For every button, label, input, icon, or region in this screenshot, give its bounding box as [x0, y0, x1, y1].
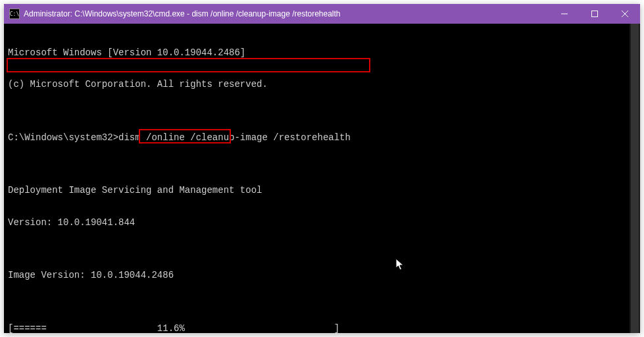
svg-rect-1 — [592, 11, 598, 17]
dism-version-line: Version: 10.0.19041.844 — [8, 217, 636, 228]
copyright-line: (c) Microsoft Corporation. All rights re… — [8, 79, 636, 90]
window-title: Administrator: C:\Windows\system32\cmd.e… — [24, 9, 549, 18]
cmd-window: C:\ Administrator: C:\Windows\system32\c… — [4, 4, 640, 333]
titlebar-controls — [549, 4, 640, 24]
progress-line: [====== 11.6% ] — [8, 323, 636, 333]
image-version-line: Image Version: 10.0.19044.2486 — [8, 270, 636, 280]
vertical-scrollbar[interactable] — [630, 24, 640, 333]
minimize-icon — [561, 11, 568, 17]
maximize-button[interactable] — [580, 4, 610, 24]
titlebar: C:\ Administrator: C:\Windows\system32\c… — [4, 4, 640, 24]
minimize-button[interactable] — [549, 4, 580, 24]
command-highlight-box — [7, 58, 370, 72]
console-output[interactable]: Microsoft Windows [Version 10.0.19044.24… — [4, 24, 640, 333]
scrollbar-thumb[interactable] — [631, 24, 639, 333]
dism-title-line: Deployment Image Servicing and Managemen… — [8, 185, 636, 195]
prompt-command-line: C:\Windows\system32>dism /online /cleanu… — [8, 132, 636, 143]
version-line: Microsoft Windows [Version 10.0.19044.24… — [8, 47, 636, 58]
maximize-icon — [591, 11, 598, 17]
close-button[interactable] — [610, 4, 640, 24]
close-icon — [622, 11, 628, 17]
cmd-icon: C:\ — [9, 9, 20, 19]
mouse-cursor-icon — [362, 247, 406, 286]
